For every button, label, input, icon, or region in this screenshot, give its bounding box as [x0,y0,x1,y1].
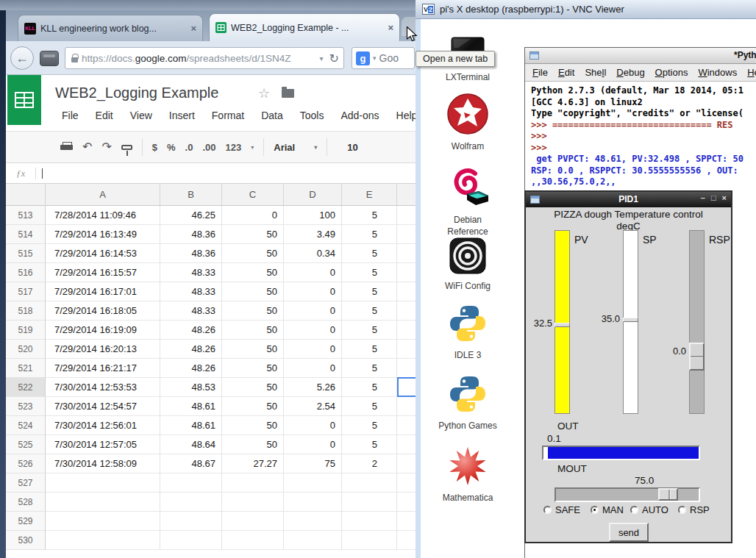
cell[interactable] [222,473,284,493]
cell[interactable]: 5 [342,206,397,225]
cell[interactable]: 0 [222,206,284,225]
cell[interactable] [397,531,418,550]
close-icon[interactable]: × [722,193,727,202]
cell[interactable] [397,206,418,225]
cell[interactable] [397,416,418,435]
cell[interactable]: 50 [222,435,284,454]
cell[interactable]: 0 [284,301,342,321]
format-dropdown-icon[interactable]: ▾ [251,144,254,151]
cell[interactable]: 7/30/2014 12:53:53 [46,378,160,397]
cell[interactable]: 7/29/2014 16:17:01 [46,282,160,301]
cell[interactable]: 5 [342,359,397,378]
cell[interactable]: 50 [222,416,284,435]
cell[interactable]: 2 [342,454,397,473]
cell[interactable]: 5 [342,225,397,244]
radio-circle-icon[interactable] [630,506,638,514]
cell[interactable] [284,473,342,493]
row-header[interactable]: 520 [6,340,46,359]
cell[interactable] [222,531,284,550]
cell[interactable] [397,282,418,301]
cell[interactable] [397,435,418,454]
menu-view[interactable]: View [123,109,160,125]
cell[interactable]: 50 [222,225,284,244]
cell[interactable] [284,493,342,512]
undo-icon[interactable]: ↶ [82,141,92,153]
row-header[interactable]: 528 [6,493,46,512]
cell[interactable]: 0 [284,359,342,378]
desktop-icon-idle3[interactable]: IDLE 3 [424,303,512,361]
address-bar[interactable]: https://docs.google.com/spreadsheets/d/1… [65,47,344,69]
document-title[interactable]: WEB2_Logging Example [55,85,218,101]
mout-slider[interactable] [554,487,700,502]
tab-sheets-doc[interactable]: WEB2_Logging Example - ... × [209,13,400,41]
format-button-00[interactable]: .00 [202,142,215,153]
cell[interactable]: 5 [342,378,397,397]
cell[interactable]: 3.49 [284,225,342,244]
cell[interactable] [46,531,160,550]
cell[interactable]: 5 [342,301,397,321]
radio-circle-icon[interactable] [543,506,552,514]
shell-menu-edit[interactable]: Edit [553,67,580,78]
row-header[interactable]: 529 [6,512,46,531]
row-header[interactable]: 518 [6,301,46,321]
cell[interactable]: 50 [222,359,284,378]
row-header[interactable]: 527 [6,473,46,493]
cell[interactable]: 7/29/2014 16:13:49 [46,225,160,244]
cell[interactable] [397,512,418,531]
cell[interactable]: 0.34 [284,244,342,263]
tab-close-icon[interactable]: × [190,24,196,33]
cell[interactable]: 50 [222,340,284,359]
reload-button[interactable]: ↻ [329,51,339,65]
cell[interactable]: 0 [284,340,342,359]
desktop-icon-mathematica[interactable]: Mathematica [424,446,512,504]
mode-radio-safe[interactable]: SAFE [543,504,580,515]
rsp-slider-handle[interactable] [689,343,705,371]
cell[interactable] [222,512,284,531]
cell[interactable]: 5 [342,340,397,359]
row-header[interactable]: 519 [6,321,46,340]
cell[interactable]: 50 [222,378,284,397]
shell-menu-options[interactable]: Options [650,67,693,78]
vnc-titlebar[interactable]: V2 pi's X desktop (raspberrypi:1) - VNC … [416,0,756,19]
cell[interactable]: 48.53 [160,378,222,397]
cell[interactable]: 7/29/2014 16:19:09 [46,321,160,340]
pid-titlebar[interactable]: PID1 – □ × [526,192,731,207]
cell[interactable]: 50 [222,244,284,263]
sheets-logo[interactable] [7,75,41,125]
font-select[interactable]: Arial ▾ [274,142,317,153]
cell[interactable]: 48.26 [160,340,222,359]
cell[interactable] [160,473,222,493]
pv-slider-handle[interactable] [554,323,570,327]
menu-help[interactable]: Help [389,109,418,125]
menu-edit[interactable]: Edit [88,109,121,125]
tab-close-icon[interactable]: × [388,23,393,32]
cell[interactable] [397,225,418,244]
desktop-icon-wolfram[interactable]: Wolfram [424,93,512,152]
mode-radio-rsp[interactable]: RSP [678,504,710,515]
format-button-[interactable]: % [167,142,176,153]
cell[interactable] [342,473,397,493]
cell[interactable]: 0 [284,435,342,454]
toolbar-grid-icon[interactable] [40,51,59,66]
shell-menu-debug[interactable]: Debug [611,67,649,78]
cell[interactable]: 2.54 [284,397,342,416]
redo-icon[interactable]: ↷ [101,141,111,153]
cell[interactable] [342,512,397,531]
cell[interactable] [397,397,418,416]
column-header-f[interactable] [397,184,418,206]
cell[interactable] [397,340,418,359]
cell[interactable]: 7/28/2014 11:09:46 [46,206,160,225]
cell[interactable] [397,301,418,321]
desktop-icon-python-games[interactable]: Python Games [424,373,512,432]
cell[interactable]: 5 [342,263,397,282]
cell[interactable]: 48.26 [160,321,222,340]
column-header-a[interactable]: A [46,184,160,206]
menu-add-ons[interactable]: Add-ons [333,109,386,125]
cell[interactable]: 48.61 [160,416,222,435]
formula-bar[interactable]: ƒx [6,163,418,184]
menu-file[interactable]: File [54,109,86,125]
star-icon[interactable]: ☆ [258,85,270,101]
cell[interactable] [397,473,418,493]
cell[interactable]: 50 [222,282,284,301]
font-size-select[interactable]: 10 [347,142,357,153]
